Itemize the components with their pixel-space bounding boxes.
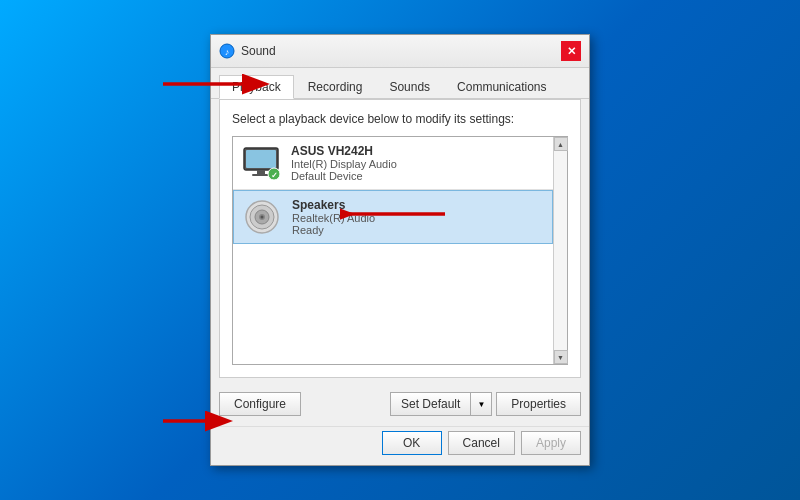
scrollbar-up[interactable]: ▲ [554, 137, 568, 151]
ok-cancel-row: OK Cancel Apply [211, 426, 589, 465]
apply-button[interactable]: Apply [521, 431, 581, 455]
device-list-container: ✓ ASUS VH242H Intel(R) Display Audio Def… [232, 136, 568, 365]
device-sub-speakers: Realtek(R) Audio [292, 212, 544, 224]
scrollbar[interactable]: ▲ ▼ [553, 137, 567, 364]
close-button[interactable]: ✕ [561, 41, 581, 61]
title-bar: ♪ Sound ✕ [211, 35, 589, 68]
tab-playback[interactable]: Playback [219, 75, 294, 99]
device-icon-speaker [242, 197, 282, 237]
svg-rect-10 [257, 170, 265, 174]
sound-icon: ♪ [219, 43, 235, 59]
scrollbar-track[interactable] [554, 151, 567, 350]
ok-button[interactable]: OK [382, 431, 442, 455]
device-info-speakers: Speakers Realtek(R) Audio Ready [292, 198, 544, 236]
device-status-speakers: Ready [292, 224, 544, 236]
device-item-speakers[interactable]: Speakers Realtek(R) Audio Ready [233, 190, 553, 244]
scrollbar-down[interactable]: ▼ [554, 350, 568, 364]
set-default-main[interactable]: Set Default [390, 392, 470, 416]
cancel-button[interactable]: Cancel [448, 431, 515, 455]
tab-recording[interactable]: Recording [295, 75, 376, 99]
set-default-button-group[interactable]: Set Default ▼ [390, 392, 492, 416]
device-list-empty [233, 244, 553, 364]
properties-button[interactable]: Properties [496, 392, 581, 416]
svg-point-18 [261, 216, 264, 219]
tab-bar: Playback Recording Sounds Communications [211, 68, 589, 99]
speaker-svg [244, 199, 280, 235]
device-icon-monitor: ✓ [241, 143, 281, 183]
device-info-asus: ASUS VH242H Intel(R) Display Audio Defau… [291, 144, 545, 182]
device-item-asus[interactable]: ✓ ASUS VH242H Intel(R) Display Audio Def… [233, 137, 553, 190]
device-list: ✓ ASUS VH242H Intel(R) Display Audio Def… [233, 137, 553, 364]
footer-right: Set Default ▼ Properties [390, 392, 581, 416]
device-name-asus: ASUS VH242H [291, 144, 545, 158]
sound-dialog: ♪ Sound ✕ Playback Recording Sounds Comm… [210, 34, 590, 466]
dialog-footer: Configure Set Default ▼ Properties [211, 386, 589, 426]
title-bar-left: ♪ Sound [219, 43, 276, 59]
device-sub-asus: Intel(R) Display Audio [291, 158, 545, 170]
configure-button[interactable]: Configure [219, 392, 301, 416]
set-default-dropdown[interactable]: ▼ [470, 392, 492, 416]
svg-text:♪: ♪ [225, 47, 230, 57]
svg-text:✓: ✓ [271, 171, 278, 180]
device-name-speakers: Speakers [292, 198, 544, 212]
dialog-title: Sound [241, 44, 276, 58]
tab-communications[interactable]: Communications [444, 75, 559, 99]
tab-sounds[interactable]: Sounds [376, 75, 443, 99]
monitor-svg: ✓ [242, 146, 280, 180]
svg-rect-9 [246, 150, 276, 168]
footer-left: Configure [219, 392, 301, 416]
content-description: Select a playback device below to modify… [232, 112, 568, 126]
svg-rect-11 [252, 174, 270, 176]
content-area: Select a playback device below to modify… [219, 99, 581, 378]
device-status-asus: Default Device [291, 170, 545, 182]
